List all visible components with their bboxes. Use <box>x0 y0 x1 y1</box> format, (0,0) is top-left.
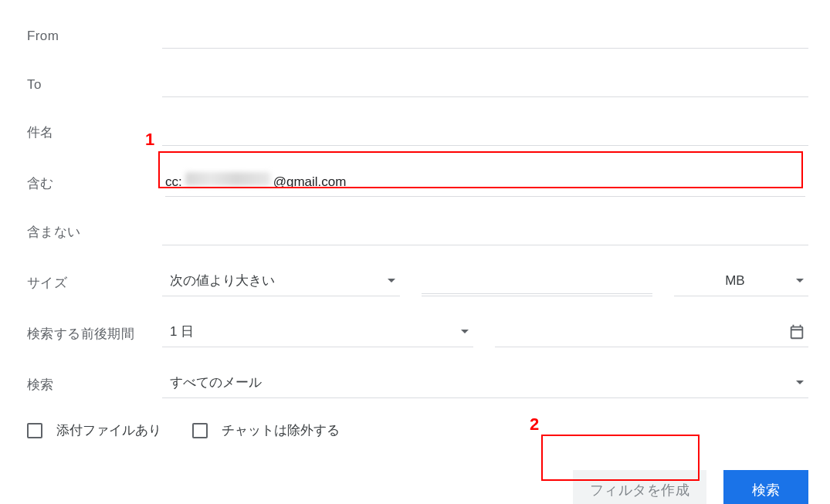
to-input[interactable] <box>162 72 808 97</box>
calendar-icon <box>788 323 805 340</box>
contains-value-redacted <box>185 172 270 186</box>
dropdown-caret-icon <box>388 279 395 282</box>
not-contains-row: 含まない <box>27 220 808 245</box>
search-in-label: 検索 <box>27 376 162 398</box>
checkbox-row: 添付ファイルあり チャットは除外する <box>27 421 808 439</box>
date-range-row: 検索する前後期間 1 日 <box>27 320 808 347</box>
size-unit-value: MB <box>682 273 788 289</box>
exclude-chats-label: チャットは除外する <box>222 421 340 439</box>
size-unit-select[interactable]: MB <box>674 269 808 296</box>
search-in-value: すべてのメール <box>170 374 262 391</box>
dropdown-caret-icon <box>461 330 469 333</box>
search-in-row: 検索 すべてのメール <box>27 370 808 398</box>
dropdown-caret-icon <box>796 381 804 384</box>
from-row: From <box>27 23 808 49</box>
button-row: フィルタを作成 検索 <box>27 470 808 504</box>
contains-label: 含む <box>27 174 162 197</box>
contains-value-suffix: @gmail.com <box>273 174 347 190</box>
annotation-1: 1 <box>145 130 154 150</box>
date-range-select[interactable]: 1 日 <box>162 320 473 347</box>
from-label: From <box>27 29 162 49</box>
contains-field[interactable]: cc: @gmail.com <box>162 169 808 197</box>
search-button[interactable]: 検索 <box>723 470 808 504</box>
annotation-2: 2 <box>530 414 539 435</box>
date-range-value: 1 日 <box>170 323 194 340</box>
subject-row: 件名 <box>27 120 808 146</box>
from-input[interactable] <box>162 23 808 49</box>
to-row: To <box>27 72 808 97</box>
create-filter-button[interactable]: フィルタを作成 <box>573 470 707 504</box>
dropdown-caret-icon <box>796 279 804 282</box>
search-in-select[interactable]: すべてのメール <box>162 370 808 398</box>
size-value-input[interactable] <box>422 269 652 294</box>
date-range-label: 検索する前後期間 <box>27 325 162 347</box>
contains-row: 含む cc: @gmail.com <box>27 169 808 197</box>
size-label: サイズ <box>27 274 162 296</box>
date-picker-field[interactable] <box>495 320 809 347</box>
checkbox-box-icon <box>192 423 208 438</box>
contains-value-prefix: cc: <box>165 174 182 190</box>
size-operator-value: 次の値より大きい <box>170 272 275 289</box>
subject-label: 件名 <box>27 123 162 146</box>
subject-input[interactable] <box>162 120 808 146</box>
has-attachment-label: 添付ファイルあり <box>56 421 161 439</box>
checkbox-box-icon <box>27 423 42 438</box>
not-contains-input[interactable] <box>162 220 808 245</box>
to-label: To <box>27 77 162 97</box>
exclude-chats-checkbox[interactable]: チャットは除外する <box>192 421 340 439</box>
has-attachment-checkbox[interactable]: 添付ファイルあり <box>27 421 161 439</box>
size-operator-select[interactable]: 次の値より大きい <box>162 269 400 296</box>
advanced-search-form: From To 件名 含む cc: @gmail.com 含まない <box>0 0 830 504</box>
not-contains-label: 含まない <box>27 223 162 245</box>
size-row: サイズ 次の値より大きい MB <box>27 269 808 296</box>
